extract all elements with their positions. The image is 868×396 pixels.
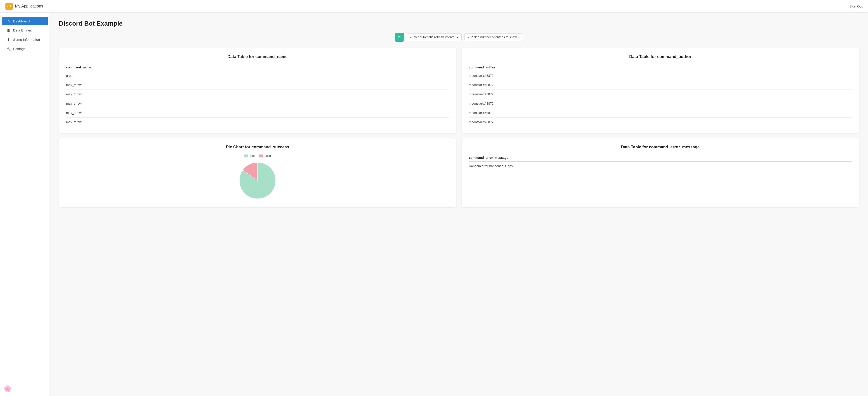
sidebar: ⌂ Dashboard ▦ Data Entries ℹ Some Inform…	[0, 13, 50, 396]
legend-false: false	[259, 154, 271, 158]
refresh-icon: ↺	[398, 35, 401, 40]
table-row: may_throw	[66, 99, 449, 108]
legend-color-true	[244, 154, 248, 157]
card-command-name: Data Table for command_name command_name…	[59, 48, 456, 133]
logo-icon: 🏷	[7, 4, 11, 8]
table-command-author: command_author moonstar-x#3872moonstar-x…	[469, 64, 852, 126]
table-row: may_throw	[66, 90, 449, 99]
topnav-left: 🏷 My Applications	[5, 3, 43, 10]
page-title: Discord Bot Example	[59, 20, 859, 27]
wrench-icon: 🔧	[6, 47, 11, 51]
entries-label: Pick a number of entries to show	[471, 35, 517, 39]
table-command-error: command_error_message Random error happe…	[469, 154, 852, 171]
refresh-button[interactable]: ↺	[395, 33, 404, 42]
card-command-author: Data Table for command_author command_au…	[462, 48, 859, 133]
cards-grid: Data Table for command_name command_name…	[59, 48, 859, 207]
card-title-command-name: Data Table for command_name	[66, 54, 449, 59]
sidebar-item-some-information[interactable]: ℹ Some Information	[2, 35, 48, 44]
sidebar-item-dashboard[interactable]: ⌂ Dashboard	[2, 17, 48, 25]
card-command-error-message: Data Table for command_error_message com…	[462, 138, 859, 207]
pie-legend: true false	[66, 154, 449, 158]
toolbar: ↺ ↩ Set automatic refresh interval ▾ # P…	[59, 33, 859, 42]
pie-chart-svg	[232, 160, 282, 201]
table-row: may_throw	[66, 108, 449, 118]
card-command-success: Pie Chart for command_success true false	[59, 138, 456, 207]
sidebar-item-label: Settings	[13, 47, 25, 51]
table-command-name: command_name greetmay_throwmay_throwmay_…	[66, 64, 449, 126]
table-row: Random error happened. Oops!	[469, 162, 852, 171]
entries-count-dropdown[interactable]: # Pick a number of entries to show ▾	[464, 33, 523, 41]
app-logo: 🏷	[5, 3, 13, 10]
table-row: may_throw	[66, 80, 449, 90]
table-row: moonstar-x#3872	[469, 90, 852, 99]
sidebar-item-settings[interactable]: 🔧 Settings	[2, 45, 48, 53]
layout: ⌂ Dashboard ▦ Data Entries ℹ Some Inform…	[0, 13, 868, 396]
table-row: moonstar-x#3872	[469, 80, 852, 90]
sidebar-item-label: Some Information	[13, 37, 40, 41]
card-title-command-success: Pie Chart for command_success	[66, 145, 449, 149]
table-row: moonstar-x#3872	[469, 99, 852, 108]
info-icon: ℹ	[6, 37, 11, 42]
chevron-down-icon: ▾	[518, 35, 520, 39]
pie-chart-container	[66, 160, 449, 201]
legend-label-true: true	[250, 154, 254, 158]
table-icon: ▦	[6, 28, 11, 32]
refresh-interval-label: Set automatic refresh interval	[414, 35, 455, 39]
topnav: 🏷 My Applications Sign Out	[0, 0, 868, 13]
sign-out-button[interactable]: Sign Out	[849, 4, 863, 8]
table-row: greet	[66, 71, 449, 80]
legend-label-false: false	[265, 154, 271, 158]
chevron-down-icon: ▾	[457, 35, 458, 39]
table-row: moonstar-x#3872	[469, 108, 852, 118]
table-row: moonstar-x#3872	[469, 118, 852, 127]
home-icon: ⌂	[6, 19, 11, 23]
flower-icon: 🌸	[4, 385, 11, 392]
legend-true: true	[244, 154, 254, 158]
legend-color-false	[259, 154, 263, 157]
col-header-command-name: command_name	[66, 64, 449, 71]
app-title: My Applications	[15, 4, 43, 9]
table-row: moonstar-x#3872	[469, 71, 852, 80]
sidebar-item-data-entries[interactable]: ▦ Data Entries	[2, 26, 48, 35]
card-title-command-author: Data Table for command_author	[469, 54, 852, 59]
main-content: Discord Bot Example ↺ ↩ Set automatic re…	[50, 13, 868, 396]
hash-icon: #	[468, 35, 469, 39]
refresh-interval-dropdown[interactable]: ↩ Set automatic refresh interval ▾	[407, 33, 462, 41]
sidebar-item-label: Data Entries	[13, 28, 32, 32]
col-header-command-author: command_author	[469, 64, 852, 71]
sidebar-item-label: Dashboard	[13, 19, 30, 23]
table-row: may_throw	[66, 118, 449, 127]
col-header-command-error: command_error_message	[469, 154, 852, 162]
card-title-command-error: Data Table for command_error_message	[469, 145, 852, 149]
history-icon: ↩	[410, 35, 413, 39]
